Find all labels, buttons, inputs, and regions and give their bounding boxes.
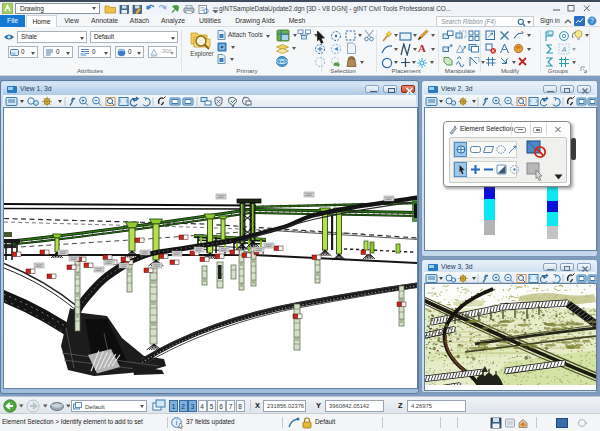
svg-text:i: i — [175, 418, 177, 427]
svg-text:A: A — [561, 46, 567, 53]
svg-text:?: ? — [590, 17, 594, 24]
svg-text:O: O — [280, 59, 285, 65]
